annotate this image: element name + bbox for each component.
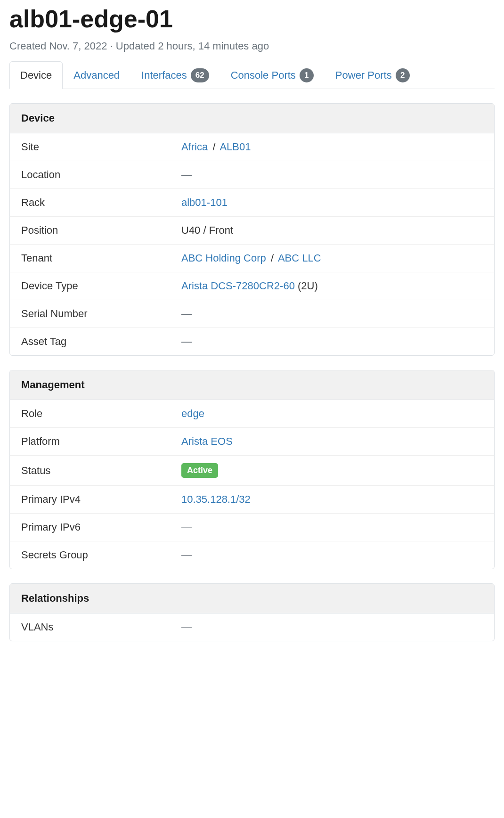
page-title: alb01-edge-01 [9, 5, 495, 33]
relationships-panel-header: Relationships [10, 584, 494, 614]
management-panel-header: Management [10, 370, 494, 400]
serial-label: Serial Number [21, 308, 181, 320]
metadata-subtitle: Created Nov. 7, 2022 · Updated 2 hours, … [9, 40, 495, 52]
ipv4-label: Primary IPv4 [21, 493, 181, 506]
row-vlans: VLANs — [10, 614, 494, 641]
ipv6-value: — [181, 521, 192, 533]
tab-advanced-label: Advanced [73, 69, 120, 82]
role-label: Role [21, 408, 181, 420]
vlans-label: VLANs [21, 621, 181, 633]
row-role: Role edge [10, 400, 494, 428]
site-name-link[interactable]: ALB01 [219, 141, 251, 153]
rack-label: Rack [21, 196, 181, 209]
tenant-label: Tenant [21, 252, 181, 264]
tab-interfaces[interactable]: Interfaces 62 [130, 61, 220, 89]
asset-tag-value: — [181, 335, 192, 347]
tab-interfaces-badge: 62 [191, 68, 209, 82]
tab-interfaces-label: Interfaces [141, 69, 187, 82]
tab-console-ports-badge: 1 [300, 68, 314, 82]
location-value: — [181, 169, 192, 180]
row-secrets: Secrets Group — [10, 541, 494, 569]
device-type-suffix: (2U) [295, 280, 318, 292]
tab-device[interactable]: Device [9, 61, 63, 89]
tab-power-ports[interactable]: Power Ports 2 [325, 61, 421, 89]
row-platform: Platform Arista EOS [10, 428, 494, 456]
device-panel-header: Device [10, 104, 494, 133]
created-label: Created Nov. 7, 2022 [9, 40, 107, 52]
site-label: Site [21, 141, 181, 153]
rack-link[interactable]: alb01-101 [181, 196, 228, 208]
asset-tag-label: Asset Tag [21, 335, 181, 348]
tenant-name-link[interactable]: ABC LLC [278, 252, 321, 264]
secrets-label: Secrets Group [21, 549, 181, 561]
tab-advanced[interactable]: Advanced [63, 61, 130, 89]
nav-tabs: Device Advanced Interfaces 62 Console Po… [9, 61, 495, 89]
platform-label: Platform [21, 435, 181, 448]
row-tenant: Tenant ABC Holding Corp / ABC LLC [10, 245, 494, 272]
ipv4-link[interactable]: 10.35.128.1/32 [181, 493, 251, 505]
status-label: Status [21, 465, 181, 477]
row-location: Location — [10, 161, 494, 189]
ipv6-label: Primary IPv6 [21, 521, 181, 533]
site-region-link[interactable]: Africa [181, 141, 208, 153]
position-value: U40 / Front [181, 224, 233, 236]
platform-link[interactable]: Arista EOS [181, 435, 233, 447]
device-type-link[interactable]: Arista DCS-7280CR2-60 [181, 280, 295, 292]
row-ipv6: Primary IPv6 — [10, 514, 494, 541]
tenant-group-link[interactable]: ABC Holding Corp [181, 252, 266, 264]
row-site: Site Africa / ALB01 [10, 133, 494, 161]
management-panel: Management Role edge Platform Arista EOS… [9, 370, 495, 569]
row-asset-tag: Asset Tag — [10, 328, 494, 355]
row-device-type: Device Type Arista DCS-7280CR2-60 (2U) [10, 272, 494, 300]
serial-value: — [181, 308, 192, 319]
status-badge: Active [181, 463, 218, 478]
tab-console-ports-label: Console Ports [231, 69, 296, 82]
location-label: Location [21, 169, 181, 181]
secrets-value: — [181, 549, 192, 561]
tab-device-label: Device [20, 69, 52, 82]
position-label: Position [21, 224, 181, 237]
row-ipv4: Primary IPv4 10.35.128.1/32 [10, 486, 494, 514]
row-status: Status Active [10, 456, 494, 486]
relationships-panel: Relationships VLANs — [9, 583, 495, 641]
row-position: Position U40 / Front [10, 217, 494, 245]
updated-label: Updated 2 hours, 14 minutes ago [116, 40, 269, 52]
vlans-value: — [181, 621, 192, 633]
row-rack: Rack alb01-101 [10, 189, 494, 217]
row-serial: Serial Number — [10, 300, 494, 328]
role-link[interactable]: edge [181, 408, 204, 419]
tab-power-ports-badge: 2 [396, 68, 410, 82]
device-type-label: Device Type [21, 280, 181, 292]
device-panel: Device Site Africa / ALB01 Location — Ra… [9, 103, 495, 356]
tab-console-ports[interactable]: Console Ports 1 [220, 61, 325, 89]
tab-power-ports-label: Power Ports [335, 69, 392, 82]
